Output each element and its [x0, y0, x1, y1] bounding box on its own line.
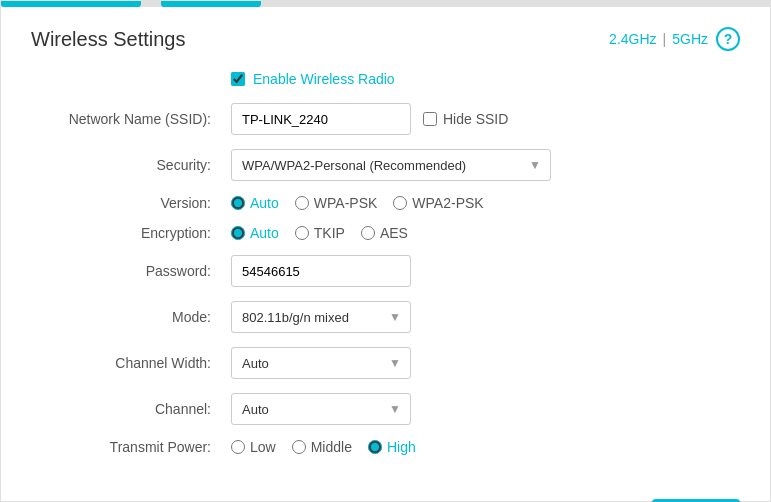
form-table: Network Name (SSID): Hide SSID Security:… — [31, 103, 740, 469]
security-label: Security: — [31, 157, 231, 173]
transmit-low-item: Low — [231, 439, 276, 455]
encryption-auto-item: Auto — [231, 225, 279, 241]
security-control: WPA/WPA2-Personal (Recommended) WPA-Pers… — [231, 149, 740, 181]
network-name-control: Hide SSID — [231, 103, 740, 135]
version-auto-radio[interactable] — [231, 196, 245, 210]
version-wpapsk-item: WPA-PSK — [295, 195, 378, 211]
version-control: Auto WPA-PSK WPA2-PSK — [231, 195, 740, 211]
security-select[interactable]: WPA/WPA2-Personal (Recommended) WPA-Pers… — [231, 149, 551, 181]
channel-width-select[interactable]: Auto 20MHz 40MHz — [231, 347, 411, 379]
mode-select-wrap: 802.11b/g/n mixed 802.11b only 802.11g o… — [231, 301, 411, 333]
encryption-aes-radio[interactable] — [361, 226, 375, 240]
channel-control: Auto 1234 5678 91011 ▼ — [231, 393, 740, 425]
encryption-auto-radio[interactable] — [231, 226, 245, 240]
page-title: Wireless Settings — [31, 28, 186, 51]
transmit-high-item: High — [368, 439, 416, 455]
transmit-high-label[interactable]: High — [387, 439, 416, 455]
network-name-label: Network Name (SSID): — [31, 111, 231, 127]
security-select-wrap: WPA/WPA2-Personal (Recommended) WPA-Pers… — [231, 149, 551, 181]
version-wpa2psk-label[interactable]: WPA2-PSK — [412, 195, 483, 211]
help-icon[interactable]: ? — [716, 27, 740, 51]
password-row: Password: — [31, 255, 740, 287]
encryption-control: Auto TKIP AES — [231, 225, 740, 241]
mode-label: Mode: — [31, 309, 231, 325]
hide-ssid-checkbox[interactable] — [423, 112, 437, 126]
channel-width-control: Auto 20MHz 40MHz ▼ — [231, 347, 740, 379]
content-area: Wireless Settings 2.4GHz | 5GHz ? Enable… — [1, 7, 770, 489]
freq-24ghz-link[interactable]: 2.4GHz — [609, 31, 656, 47]
enable-wireless-label[interactable]: Enable Wireless Radio — [253, 71, 395, 87]
freq-5ghz-link[interactable]: 5GHz — [672, 31, 708, 47]
security-row: Security: WPA/WPA2-Personal (Recommended… — [31, 149, 740, 181]
password-label: Password: — [31, 263, 231, 279]
version-auto-label[interactable]: Auto — [250, 195, 279, 211]
encryption-label: Encryption: — [31, 225, 231, 241]
transmit-high-radio[interactable] — [368, 440, 382, 454]
header-right: 2.4GHz | 5GHz ? — [609, 27, 740, 51]
channel-label: Channel: — [31, 401, 231, 417]
network-name-input[interactable] — [231, 103, 411, 135]
main-container: Wireless Settings 2.4GHz | 5GHz ? Enable… — [0, 0, 771, 502]
encryption-tkip-item: TKIP — [295, 225, 345, 241]
version-row: Version: Auto WPA-PSK WPA2-P — [31, 195, 740, 211]
transmit-power-label: Transmit Power: — [31, 439, 231, 455]
password-control — [231, 255, 740, 287]
encryption-radio-group: Auto TKIP AES — [231, 225, 408, 241]
version-radio-group: Auto WPA-PSK WPA2-PSK — [231, 195, 484, 211]
channel-width-label: Channel Width: — [31, 355, 231, 371]
transmit-middle-radio[interactable] — [292, 440, 306, 454]
mode-select[interactable]: 802.11b/g/n mixed 802.11b only 802.11g o… — [231, 301, 411, 333]
freq-links: 2.4GHz | 5GHz — [609, 31, 708, 47]
freq-divider: | — [663, 31, 667, 47]
hide-ssid-wrap: Hide SSID — [423, 111, 508, 127]
encryption-aes-item: AES — [361, 225, 408, 241]
transmit-low-label[interactable]: Low — [250, 439, 276, 455]
network-name-row: Network Name (SSID): Hide SSID — [31, 103, 740, 135]
channel-select[interactable]: Auto 1234 5678 91011 — [231, 393, 411, 425]
version-wpa2psk-radio[interactable] — [393, 196, 407, 210]
mode-control: 802.11b/g/n mixed 802.11b only 802.11g o… — [231, 301, 740, 333]
enable-wireless-checkbox[interactable] — [231, 72, 245, 86]
encryption-tkip-label[interactable]: TKIP — [314, 225, 345, 241]
transmit-power-radio-group: Low Middle High — [231, 439, 416, 455]
transmit-power-control: Low Middle High — [231, 439, 740, 455]
encryption-row: Encryption: Auto TKIP AES — [31, 225, 740, 241]
version-wpapsk-label[interactable]: WPA-PSK — [314, 195, 378, 211]
channel-width-select-wrap: Auto 20MHz 40MHz ▼ — [231, 347, 411, 379]
footer: Save — [1, 489, 770, 502]
encryption-auto-label[interactable]: Auto — [250, 225, 279, 241]
channel-width-row: Channel Width: Auto 20MHz 40MHz ▼ — [31, 347, 740, 379]
transmit-middle-item: Middle — [292, 439, 352, 455]
hide-ssid-label[interactable]: Hide SSID — [443, 111, 508, 127]
transmit-low-radio[interactable] — [231, 440, 245, 454]
transmit-middle-label[interactable]: Middle — [311, 439, 352, 455]
channel-select-wrap: Auto 1234 5678 91011 ▼ — [231, 393, 411, 425]
version-label: Version: — [31, 195, 231, 211]
version-wpa2psk-item: WPA2-PSK — [393, 195, 483, 211]
encryption-aes-label[interactable]: AES — [380, 225, 408, 241]
enable-wireless-row: Enable Wireless Radio — [231, 71, 740, 87]
transmit-power-row: Transmit Power: Low Middle H — [31, 439, 740, 455]
encryption-tkip-radio[interactable] — [295, 226, 309, 240]
version-wpapsk-radio[interactable] — [295, 196, 309, 210]
page-header: Wireless Settings 2.4GHz | 5GHz ? — [31, 27, 740, 51]
password-input[interactable] — [231, 255, 411, 287]
channel-row: Channel: Auto 1234 5678 91011 ▼ — [31, 393, 740, 425]
mode-row: Mode: 802.11b/g/n mixed 802.11b only 802… — [31, 301, 740, 333]
version-auto-item: Auto — [231, 195, 279, 211]
